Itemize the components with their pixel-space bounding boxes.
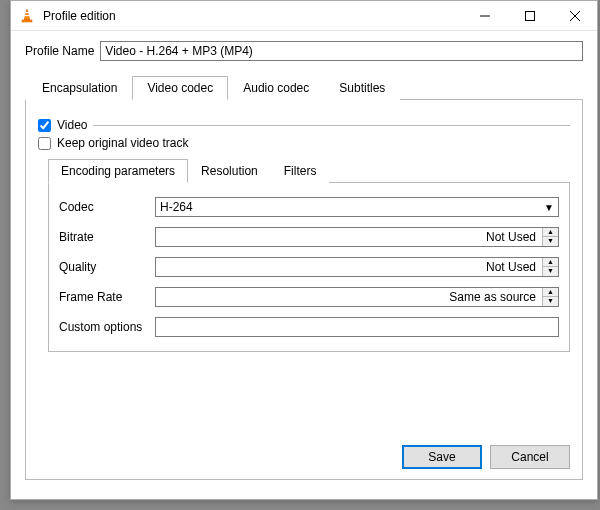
video-checkbox-label: Video (57, 118, 87, 132)
custom-options-row: Custom options (59, 317, 559, 337)
framerate-label: Frame Rate (59, 290, 155, 304)
window-title: Profile edition (43, 9, 462, 23)
divider-line (93, 125, 570, 126)
close-button[interactable] (552, 1, 597, 31)
quality-value: Not Used (156, 260, 542, 274)
titlebar: Profile edition (11, 1, 597, 31)
custom-options-label: Custom options (59, 320, 155, 334)
keep-original-checkbox[interactable] (38, 137, 51, 150)
tab-video-codec[interactable]: Video codec (132, 76, 228, 100)
chevron-down-icon: ▼ (544, 202, 554, 213)
framerate-up-button[interactable]: ▲ (543, 288, 558, 297)
minimize-button[interactable] (462, 1, 507, 31)
quality-spinner[interactable]: Not Used ▲ ▼ (155, 257, 559, 277)
framerate-value: Same as source (156, 290, 542, 304)
quality-down-button[interactable]: ▼ (543, 267, 558, 276)
sub-tab-resolution[interactable]: Resolution (188, 159, 271, 183)
main-tabs: Encapsulation Video codec Audio codec Su… (27, 75, 583, 100)
bitrate-label: Bitrate (59, 230, 155, 244)
custom-options-input[interactable] (155, 317, 559, 337)
profile-name-row: Profile Name (25, 41, 583, 61)
profile-name-input[interactable] (100, 41, 583, 61)
bitrate-spinner[interactable]: Not Used ▲ ▼ (155, 227, 559, 247)
bitrate-value: Not Used (156, 230, 542, 244)
video-checkbox[interactable] (38, 119, 51, 132)
video-codec-panel: Video Keep original video track Encoding… (25, 100, 583, 480)
svg-rect-5 (525, 11, 534, 20)
sub-tabs: Encoding parameters Resolution Filters (48, 158, 570, 183)
quality-label: Quality (59, 260, 155, 274)
tab-encapsulation[interactable]: Encapsulation (27, 76, 132, 100)
codec-select[interactable]: H-264 ▼ (155, 197, 559, 217)
svg-line-7 (570, 11, 580, 21)
codec-row: Codec H-264 ▼ (59, 197, 559, 217)
keep-original-label: Keep original video track (57, 136, 188, 150)
framerate-row: Frame Rate Same as source ▲ ▼ (59, 287, 559, 307)
svg-line-6 (570, 11, 580, 21)
codec-label: Codec (59, 200, 155, 214)
tab-subtitles[interactable]: Subtitles (324, 76, 400, 100)
profile-edition-window: Profile edition Profile Name Encapsulati… (10, 0, 598, 500)
maximize-button[interactable] (507, 1, 552, 31)
svg-rect-3 (22, 20, 32, 22)
bitrate-up-button[interactable]: ▲ (543, 228, 558, 237)
svg-marker-0 (24, 9, 30, 20)
framerate-down-button[interactable]: ▼ (543, 297, 558, 306)
vlc-icon (19, 8, 35, 24)
save-button[interactable]: Save (402, 445, 482, 469)
bitrate-row: Bitrate Not Used ▲ ▼ (59, 227, 559, 247)
tab-audio-codec[interactable]: Audio codec (228, 76, 324, 100)
encoding-parameters-panel: Codec H-264 ▼ Bitrate Not Used ▲ ▼ (48, 183, 570, 352)
codec-value: H-264 (160, 200, 193, 214)
svg-rect-1 (25, 12, 30, 13)
sub-tab-encoding[interactable]: Encoding parameters (48, 159, 188, 183)
content-area: Profile Name Encapsulation Video codec A… (11, 31, 597, 494)
sub-tab-filters[interactable]: Filters (271, 159, 330, 183)
quality-row: Quality Not Used ▲ ▼ (59, 257, 559, 277)
framerate-spinner[interactable]: Same as source ▲ ▼ (155, 287, 559, 307)
bitrate-down-button[interactable]: ▼ (543, 237, 558, 246)
quality-up-button[interactable]: ▲ (543, 258, 558, 267)
svg-rect-2 (24, 15, 30, 16)
cancel-button[interactable]: Cancel (490, 445, 570, 469)
profile-name-label: Profile Name (25, 44, 94, 58)
dialog-footer: Save Cancel (402, 445, 570, 469)
